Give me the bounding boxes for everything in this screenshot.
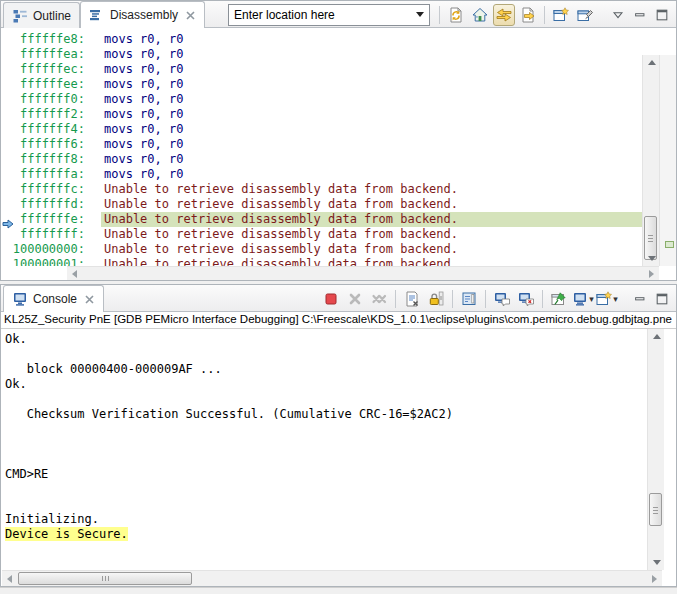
toolbar-separator	[452, 290, 453, 308]
display-console-button[interactable]: ▾	[572, 288, 594, 310]
close-icon[interactable]	[84, 294, 95, 305]
close-icon[interactable]	[185, 10, 196, 21]
tab-console-label: Console	[33, 292, 77, 306]
console-line-text: Ok.	[5, 332, 27, 346]
home-icon	[472, 7, 488, 23]
scroll-down-button[interactable]	[643, 251, 660, 266]
line-address: fffffffa:	[1, 167, 85, 182]
terminate-button[interactable]	[320, 288, 342, 310]
disassembly-line[interactable]: ffffffff:Unable to retrieve disassembly …	[1, 227, 642, 242]
tab-outline[interactable]: Outline	[3, 2, 80, 28]
show-stderr-button[interactable]	[515, 288, 537, 310]
scroll-up-button[interactable]	[648, 329, 665, 344]
line-address: ffffffff:	[1, 227, 85, 242]
minimize-button[interactable]	[630, 5, 650, 25]
current-line-marker[interactable]	[665, 241, 674, 248]
location-combo[interactable]: Enter location here	[228, 4, 430, 26]
disassembly-line[interactable]: fffffff2:movs r0, r0	[1, 107, 642, 122]
line-address: ffffffe8:	[1, 32, 85, 47]
remove-all-launches-button[interactable]	[368, 288, 390, 310]
console-line: block 00000400-000009AF ...	[5, 362, 647, 377]
disassembly-line[interactable]: ffffffee:movs r0, r0	[1, 77, 642, 92]
disassembly-line[interactable]: 100000000:Unable to retrieve disassembly…	[1, 242, 642, 257]
scroll-right-button[interactable]	[647, 571, 662, 586]
line-text: movs r0, r0	[101, 62, 642, 77]
disassembly-content[interactable]: ffffffe8:movs r0, r0ffffffea:movs r0, r0…	[1, 28, 676, 280]
toolbar-separator	[485, 290, 486, 308]
line-text: Unable to retrieve disassembly data from…	[101, 257, 642, 266]
disassembly-line[interactable]: fffffff0:movs r0, r0	[1, 92, 642, 107]
line-address: fffffff8:	[1, 152, 85, 167]
maximize-button[interactable]	[652, 5, 672, 25]
tab-outline-label: Outline	[33, 9, 71, 23]
line-text: movs r0, r0	[101, 152, 642, 167]
disassembly-line[interactable]: ffffffe8:movs r0, r0	[1, 32, 642, 47]
disassembly-line[interactable]: ffffffec:movs r0, r0	[1, 62, 642, 77]
console-line: Ok.	[5, 377, 647, 392]
combo-dropdown-button[interactable]	[411, 5, 429, 25]
link-arrows-button[interactable]	[493, 4, 515, 26]
scrollbar-thumb[interactable]	[649, 493, 662, 526]
disassembly-line[interactable]: fffffffa:movs r0, r0	[1, 167, 642, 182]
chevron-down-icon	[416, 12, 424, 17]
open-console-button[interactable]: ▾	[596, 288, 618, 310]
disassembly-code-area[interactable]: ffffffe8:movs r0, r0ffffffea:movs r0, r0…	[1, 28, 642, 266]
scroll-left-button[interactable]	[2, 571, 17, 586]
disassembly-icon	[89, 7, 105, 23]
scroll-down-button[interactable]	[648, 555, 665, 570]
scroll-left-button[interactable]	[67, 267, 82, 280]
show-stdout-button[interactable]	[491, 288, 513, 310]
scrollbar-thumb[interactable]	[18, 572, 192, 585]
pin-console-button[interactable]	[548, 288, 570, 310]
new-view-button[interactable]	[550, 4, 572, 26]
remove-launch-button[interactable]	[344, 288, 366, 310]
line-text: movs r0, r0	[101, 32, 642, 47]
jump-to-source-button[interactable]	[517, 4, 539, 26]
console-line	[5, 392, 647, 407]
show-stdout-icon	[494, 291, 510, 307]
pin-view-button[interactable]	[574, 4, 596, 26]
view-menu-button[interactable]	[608, 5, 628, 25]
line-text: Unable to retrieve disassembly data from…	[101, 197, 642, 212]
line-address: fffffff2:	[1, 107, 85, 122]
disassembly-vertical-scrollbar[interactable]	[642, 55, 659, 266]
disassembly-line[interactable]: fffffffc:Unable to retrieve disassembly …	[1, 182, 642, 197]
scroll-right-button[interactable]	[644, 267, 659, 280]
refresh-button[interactable]	[445, 4, 467, 26]
disassembly-line[interactable]: ffffffea:movs r0, r0	[1, 47, 642, 62]
maximize-button[interactable]	[652, 289, 672, 309]
home-button[interactable]	[469, 4, 491, 26]
line-address: fffffffc:	[1, 182, 85, 197]
scroll-up-button[interactable]	[643, 55, 660, 70]
disassembly-line-current[interactable]: fffffffe:Unable to retrieve disassembly …	[1, 212, 642, 227]
terminate-icon	[323, 291, 339, 307]
jump-to-source-icon	[520, 7, 536, 23]
disassembly-horizontal-scrollbar[interactable]	[67, 266, 659, 280]
overview-ruler[interactable]	[659, 55, 676, 266]
word-wrap-button[interactable]	[458, 288, 480, 310]
console-horizontal-scrollbar[interactable]	[2, 570, 662, 586]
console-line	[5, 347, 647, 362]
console-output-area[interactable]: Ok. block 00000400-000009AF ...Ok. Check…	[1, 329, 647, 570]
line-text: movs r0, r0	[101, 77, 642, 92]
minimize-button[interactable]	[630, 289, 650, 309]
clear-console-button[interactable]	[401, 288, 423, 310]
console-vertical-scrollbar[interactable]	[647, 329, 664, 570]
console-line	[5, 437, 647, 452]
refresh-icon	[448, 7, 464, 23]
line-address: ffffffec:	[1, 62, 85, 77]
disassembly-line[interactable]: fffffff4:movs r0, r0	[1, 122, 642, 137]
disassembly-line[interactable]: fffffffd:Unable to retrieve disassembly …	[1, 197, 642, 212]
line-text: Unable to retrieve disassembly data from…	[101, 227, 642, 242]
scroll-lock-button[interactable]	[425, 288, 447, 310]
console-line	[5, 497, 647, 512]
outline-icon	[12, 8, 28, 24]
maximize-icon	[655, 8, 669, 22]
disassembly-line[interactable]: fffffff8:movs r0, r0	[1, 152, 642, 167]
console-line	[5, 482, 647, 497]
tab-console[interactable]: Console	[3, 285, 104, 312]
disassembly-line[interactable]: 100000001:Unable to retrieve disassembly…	[1, 257, 642, 266]
tab-disassembly[interactable]: Disassembly	[80, 1, 205, 28]
line-address: fffffff4:	[1, 122, 85, 137]
disassembly-line[interactable]: fffffff6:movs r0, r0	[1, 137, 642, 152]
